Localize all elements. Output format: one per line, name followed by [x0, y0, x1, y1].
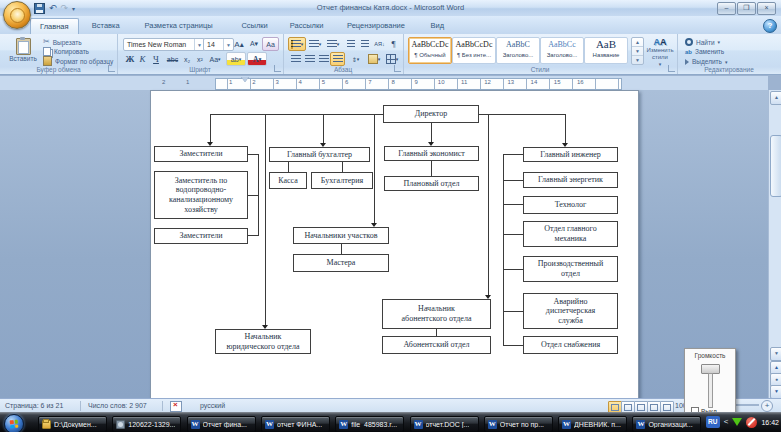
restore-button[interactable]: ❐	[737, 2, 756, 15]
org-box-technologist: Технолог	[523, 196, 618, 214]
shrink-font-button[interactable]: А▾	[246, 37, 262, 51]
taskbar-button[interactable]: WДНЕВНИК. п...	[558, 416, 627, 432]
ruler-number: 5	[322, 79, 325, 85]
word-icon: W	[414, 420, 423, 429]
replace-button[interactable]: abЗаменить	[685, 48, 724, 55]
tab-Вставка[interactable]: Вставка	[83, 18, 129, 34]
start-button[interactable]	[4, 414, 24, 432]
document-area[interactable]: ДиректорЗаместителиЗаместитель по водопр…	[0, 90, 768, 398]
zoom-in-icon[interactable]: +	[761, 400, 773, 412]
save-icon[interactable]	[34, 3, 45, 14]
org-box-chief-accountant: Главный бухгалтер	[269, 147, 370, 162]
language-bar[interactable]: RU	[706, 416, 720, 428]
style-card-Заголово...[interactable]: АаBbСсЗаголово...	[540, 37, 584, 64]
taskbar-button[interactable]: 120622-1329...	[112, 416, 181, 432]
tab-Разметка страницы[interactable]: Разметка страницы	[136, 18, 222, 34]
clear-formatting-button[interactable]: Аа	[262, 37, 279, 51]
style-card-Заголово...[interactable]: АаBbСЗаголово...	[496, 37, 540, 64]
org-box-director: Директор	[383, 105, 479, 123]
increase-indent-button[interactable]	[357, 37, 372, 51]
connector-line	[503, 345, 523, 346]
close-button[interactable]: ×	[757, 2, 776, 15]
justify-button[interactable]	[330, 52, 345, 66]
taskbar-button[interactable]: Wfile_485983.r...	[335, 416, 404, 432]
dialog-launcher-icon[interactable]	[274, 65, 281, 72]
language-indicator[interactable]: русский	[200, 402, 225, 409]
scroll-down-icon: ▼	[632, 47, 643, 56]
document-page[interactable]: ДиректорЗаместителиЗаместитель по водопр…	[150, 90, 639, 400]
scrollbar-thumb[interactable]	[770, 135, 781, 197]
select-button[interactable]: Выделить▾	[685, 58, 728, 65]
align-center-button[interactable]	[302, 52, 317, 66]
font-size-combo[interactable]: 14▼	[203, 38, 234, 51]
tab-Рецензирование[interactable]: Рецензирование	[338, 18, 414, 34]
scroll-up-icon[interactable]: ▲	[770, 91, 781, 105]
borders-button[interactable]: ▾	[383, 52, 401, 66]
taskbar-button[interactable]: WОрганизаци...	[632, 416, 701, 432]
align-left-button[interactable]	[288, 52, 303, 66]
format-painter-button[interactable]: Формат по образцу	[43, 56, 113, 66]
tab-Рассылки[interactable]: Рассылки	[281, 18, 333, 34]
pilcrow-button[interactable]: ¶	[386, 37, 401, 51]
vertical-scrollbar[interactable]: ▲ ▼ ▲ ● ▼	[768, 90, 781, 398]
superscript-button[interactable]: x²	[193, 52, 207, 66]
scroll-down-icon[interactable]: ▼	[770, 347, 781, 361]
dialog-launcher-icon[interactable]	[394, 65, 401, 72]
cut-button[interactable]: ✂Вырезать	[43, 38, 82, 46]
multilevel-list-button[interactable]: ▾	[324, 37, 342, 51]
qat-customize-icon[interactable]: ▾	[72, 5, 75, 12]
sort-button[interactable]: АЯ↓	[372, 37, 387, 51]
grow-font-button[interactable]: А▴	[231, 37, 247, 51]
page-indicator[interactable]: Страница: 6 из 21	[5, 402, 63, 409]
numbering-button[interactable]: ▾	[306, 37, 324, 51]
decrease-indent-button[interactable]	[343, 37, 358, 51]
bold-button[interactable]: Ж	[123, 52, 137, 66]
find-button[interactable]: Найти▾	[685, 38, 720, 46]
tab-Главная[interactable]: Главная	[30, 18, 79, 35]
style-gallery-scroll[interactable]: ▲▼▼	[631, 37, 644, 65]
taskbar-button[interactable]: WОтчет по пр...	[484, 416, 553, 432]
tab-Ссылки[interactable]: Ссылки	[232, 18, 276, 34]
multilevel-icon	[327, 40, 337, 49]
proofing-status-icon[interactable]	[170, 401, 182, 412]
strikethrough-button[interactable]: abc	[164, 52, 181, 66]
group-styles: АаBbСсDс¶ ОбычныйАаBbСсDс¶ Без инте...Аа…	[403, 34, 678, 74]
text-highlight-button[interactable]: ab▾	[226, 52, 246, 66]
dialog-launcher-icon[interactable]	[108, 65, 115, 72]
download-tray-icon[interactable]	[732, 418, 742, 426]
line-spacing-button[interactable]: ⇕▾	[346, 52, 365, 66]
taskbar-button[interactable]: WОтчет фина...	[187, 416, 256, 432]
style-card-¶ Обычный[interactable]: АаBbСсDс¶ Обычный	[408, 37, 452, 64]
volume-muted-tray-icon[interactable]	[746, 417, 757, 428]
dialog-launcher-icon[interactable]	[668, 65, 675, 72]
style-card-¶ Без инте...[interactable]: АаBbСсDс¶ Без инте...	[452, 37, 496, 64]
volume-slider-track[interactable]	[708, 373, 713, 408]
tab-Вид[interactable]: Вид	[422, 18, 454, 34]
taskbar-button[interactable]: Wотчет ФИНА...	[261, 416, 330, 432]
underline-button[interactable]: Ч	[148, 52, 164, 66]
next-page-icon[interactable]: ▼	[770, 385, 781, 399]
font-color-button[interactable]: А▾	[247, 52, 267, 66]
subscript-button[interactable]: x₂	[180, 52, 194, 66]
redo-icon[interactable]: ↷	[61, 4, 69, 13]
taskbar-button[interactable]: D:\Докумен...	[38, 416, 107, 432]
change-case-button[interactable]: Аа▾	[206, 52, 224, 66]
taskbar-button[interactable]: Wотчет.DOC [...	[410, 416, 479, 432]
word-count[interactable]: Число слов: 2 907	[88, 402, 147, 409]
paste-button[interactable]: Вставить	[6, 37, 40, 68]
change-styles-button[interactable]: АА Изменить стили▾	[645, 37, 675, 68]
align-right-button[interactable]	[316, 52, 331, 66]
style-card-Название[interactable]: АаВНазвание	[584, 37, 628, 64]
org-box-chief-economist: Главный экономист	[384, 146, 479, 161]
shading-button[interactable]: ▾	[365, 52, 383, 66]
office-button[interactable]	[3, 1, 31, 29]
copy-button[interactable]: Копировать	[43, 47, 89, 56]
bullets-button[interactable]: ▾	[288, 37, 306, 51]
chevron-left-icon[interactable]: <	[724, 416, 729, 428]
help-icon[interactable]: ?	[763, 19, 777, 33]
zoom-slider[interactable]	[736, 404, 759, 406]
undo-icon[interactable]: ↶	[49, 4, 57, 13]
font-family-combo[interactable]: Times New Roman▼	[123, 38, 205, 51]
first-line-indent-marker[interactable]	[241, 77, 249, 82]
minimize-button[interactable]: –	[717, 2, 736, 15]
